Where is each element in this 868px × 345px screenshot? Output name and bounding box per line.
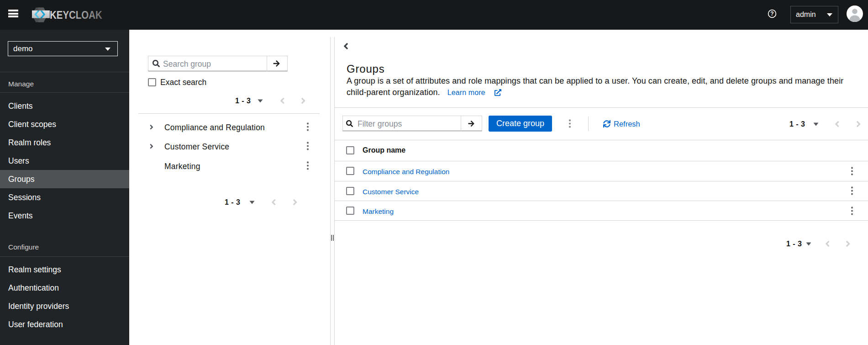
svg-text:?: ? — [770, 11, 773, 17]
svg-text:KEYCLOAK: KEYCLOAK — [50, 9, 102, 21]
